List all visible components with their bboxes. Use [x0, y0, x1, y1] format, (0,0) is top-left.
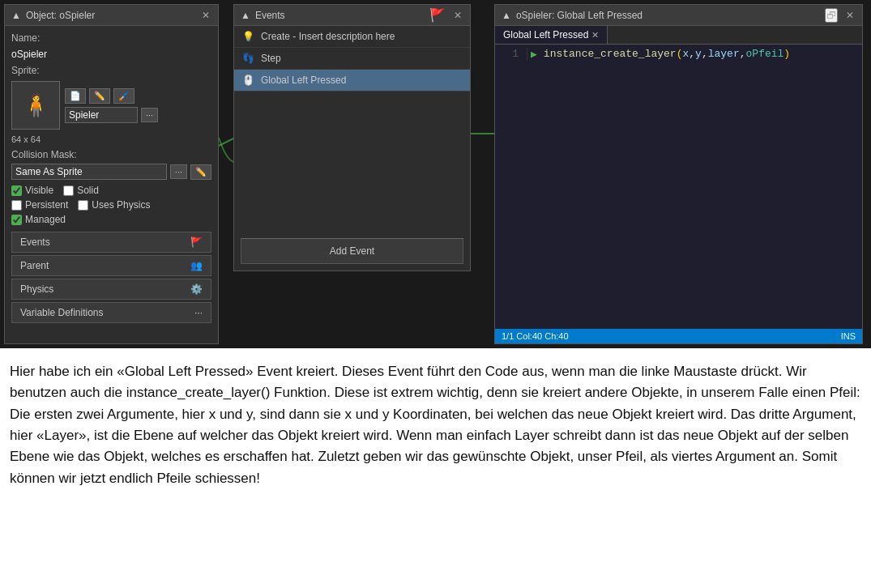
physics-btn-label: Physics — [20, 283, 53, 295]
object-panel-header: ▲ Object: oSpieler ✕ — [5, 5, 218, 26]
code-status-ins: INS — [841, 331, 856, 341]
uses-physics-label: Uses Physics — [92, 199, 150, 211]
collision-label: Collision Mask: — [11, 149, 211, 160]
code-param-y: y — [695, 48, 702, 60]
parent-btn-icon: 👥 — [190, 260, 203, 271]
event-item-global-left-pressed[interactable]: 🖱️ Global Left Pressed — [234, 70, 470, 92]
code-panel-close[interactable]: ✕ — [844, 10, 856, 21]
event-create-label: Create - Insert description here — [261, 31, 395, 42]
solid-checkbox[interactable] — [63, 185, 74, 196]
code-text: instance_create_layer(x,y,layer,oPfeil) — [540, 48, 790, 61]
screenshot-area: ▲ Object: oSpieler ✕ Name: oSpieler Spri… — [0, 0, 871, 348]
managed-checkbox-item: Managed — [11, 214, 66, 225]
object-panel: ▲ Object: oSpieler ✕ Name: oSpieler Spri… — [4, 4, 219, 344]
code-paren-close: ) — [783, 48, 790, 60]
sprite-more-btn[interactable]: ··· — [141, 108, 158, 122]
sprite-area: 🧍 📄 ✏️ 🖌️ ··· — [11, 81, 211, 130]
name-value: oSpieler — [11, 49, 47, 60]
sprite-label: Sprite: — [11, 65, 60, 76]
event-item-step[interactable]: 👣 Step — [234, 48, 470, 70]
event-global-left-pressed-label: Global Left Pressed — [261, 75, 346, 86]
code-fn-name: instance_create_layer — [544, 48, 677, 60]
managed-checkbox[interactable] — [11, 215, 22, 225]
object-panel-close[interactable]: ✕ — [200, 10, 211, 21]
events-panel-title: ▲ Events — [241, 10, 285, 21]
events-btn[interactable]: Events 🚩 — [11, 232, 211, 253]
events-list: 💡 Create - Insert description here 👣 Ste… — [234, 26, 470, 235]
sprite-new-btn[interactable]: 📄 — [65, 88, 86, 104]
code-tabs: Global Left Pressed ✕ — [495, 26, 862, 45]
code-panel-title: ▲ oSpieler: Global Left Pressed — [502, 10, 643, 21]
code-tab-global-left-pressed[interactable]: Global Left Pressed ✕ — [495, 26, 608, 44]
event-create-icon: 💡 — [242, 31, 254, 42]
sprite-name-row: ··· — [65, 107, 158, 123]
collision-edit-btn[interactable]: ✏️ — [190, 164, 211, 180]
event-item-create[interactable]: 💡 Create - Insert description here — [234, 26, 470, 48]
sprite-icon-box: 🧍 — [11, 81, 60, 130]
solid-checkbox-item: Solid — [63, 185, 99, 196]
code-param-opfeil: oPfeil — [746, 48, 784, 60]
variable-definitions-btn-label: Variable Definitions — [20, 307, 104, 318]
code-tab-label: Global Left Pressed — [503, 29, 588, 40]
sprite-edit-btn[interactable]: ✏️ — [89, 88, 110, 104]
code-header-controls: 🗗 ✕ — [825, 8, 856, 23]
events-panel-close[interactable]: ✕ — [452, 10, 463, 21]
name-field-row: Name: — [11, 32, 211, 44]
visible-label: Visible — [25, 185, 53, 196]
events-panel: ▲ Events 🚩 ✕ 💡 Create - Insert descripti… — [233, 4, 471, 271]
name-value-row: oSpieler — [11, 49, 211, 60]
triangle-icon-events: ▲ — [241, 10, 250, 21]
collision-input[interactable] — [11, 164, 167, 180]
code-line-1: 1 ▶ instance_create_layer(x,y,layer,oPfe… — [495, 48, 862, 61]
sprite-size: 64 x 64 — [11, 134, 211, 144]
code-tab-close[interactable]: ✕ — [591, 30, 599, 40]
collision-more-btn[interactable]: ··· — [170, 164, 187, 179]
code-status-position: 1/1 Col:40 Ch:40 — [502, 331, 569, 341]
solid-label: Solid — [77, 185, 99, 196]
persistent-checkbox[interactable] — [11, 200, 22, 211]
events-panel-header: ▲ Events 🚩 ✕ — [234, 5, 470, 26]
parent-btn-label: Parent — [20, 260, 49, 271]
code-status-bar: 1/1 Col:40 Ch:40 INS — [495, 329, 862, 343]
persistent-label: Persistent — [25, 199, 68, 211]
managed-row: Managed — [11, 214, 211, 225]
sprite-btn-row: 📄 ✏️ 🖌️ — [65, 88, 158, 104]
add-event-btn-label: Add Event — [330, 245, 374, 257]
code-panel: ▲ oSpieler: Global Left Pressed 🗗 ✕ Glob… — [494, 4, 863, 344]
persistent-checkbox-item: Persistent — [11, 199, 68, 211]
event-mouse-icon: 🖱️ — [242, 75, 254, 86]
code-editor[interactable]: 1 ▶ instance_create_layer(x,y,layer,oPfe… — [495, 45, 862, 329]
managed-label: Managed — [25, 214, 66, 225]
variable-definitions-btn[interactable]: Variable Definitions ··· — [11, 302, 211, 323]
event-step-icon: 👣 — [242, 53, 254, 64]
line-number: 1 — [495, 48, 527, 61]
code-arrow: ▶ — [527, 48, 540, 61]
collision-row: ··· ✏️ — [11, 164, 211, 180]
object-panel-title: ▲ Object: oSpieler — [11, 10, 95, 21]
visible-checkbox[interactable] — [11, 185, 22, 196]
human-icon: 🧍 — [22, 92, 50, 119]
code-panel-minimize[interactable]: 🗗 — [825, 8, 838, 23]
sprite-label-row: Sprite: — [11, 65, 211, 76]
persistent-physics-row: Persistent Uses Physics — [11, 199, 211, 211]
triangle-icon-code: ▲ — [502, 10, 511, 21]
sprite-controls: 📄 ✏️ 🖌️ ··· — [65, 88, 158, 123]
triangle-icon: ▲ — [11, 10, 21, 21]
code-param-layer: layer — [708, 48, 740, 60]
events-header-controls: 🚩 ✕ — [429, 7, 463, 23]
uses-physics-checkbox[interactable] — [78, 200, 88, 211]
events-btn-icon: 🚩 — [190, 236, 203, 248]
parent-btn[interactable]: Parent 👥 — [11, 255, 211, 276]
text-area: Hier habe ich ein «Global Left Pressed» … — [0, 348, 871, 499]
bottom-buttons: Events 🚩 Parent 👥 Physics ⚙️ Variable De… — [11, 232, 211, 323]
add-event-btn[interactable]: Add Event — [241, 238, 463, 264]
sprite-brush-btn[interactable]: 🖌️ — [113, 88, 134, 104]
svg-line-0 — [219, 138, 235, 146]
sprite-name-input[interactable] — [65, 107, 138, 123]
physics-btn[interactable]: Physics ⚙️ — [11, 279, 211, 300]
object-panel-content: Name: oSpieler Sprite: 🧍 📄 ✏️ 🖌️ — [5, 26, 218, 343]
visible-solid-row: Visible Solid — [11, 185, 211, 196]
code-panel-header: ▲ oSpieler: Global Left Pressed 🗗 ✕ — [495, 5, 862, 26]
description-text: Hier habe ich ein «Global Left Pressed» … — [10, 361, 861, 489]
variable-definitions-btn-icon: ··· — [194, 307, 203, 318]
